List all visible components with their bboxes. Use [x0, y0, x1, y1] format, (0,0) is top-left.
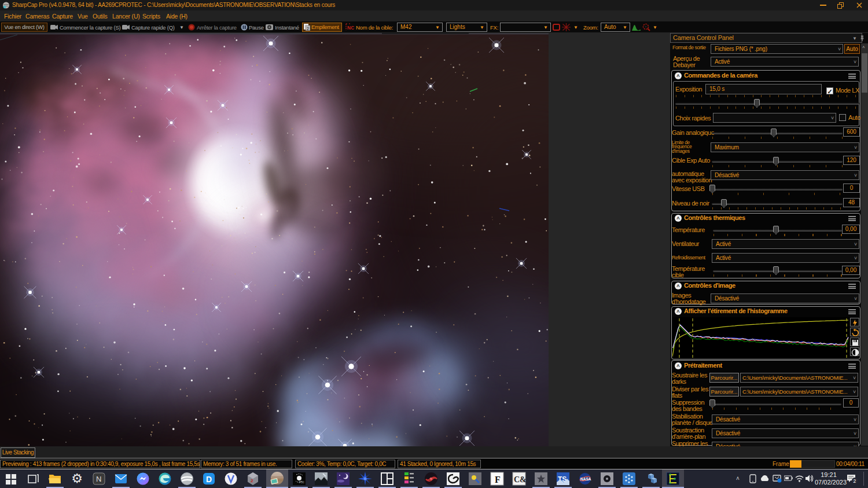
svg-text:C&: C& — [514, 475, 527, 484]
svg-text:NASA: NASA — [580, 477, 591, 481]
svg-text:D: D — [206, 475, 212, 484]
svg-text:N: N — [96, 475, 101, 483]
svg-text:2: 2 — [251, 478, 253, 483]
svg-text:NC: NC — [347, 25, 354, 31]
svg-text:F: F — [495, 475, 501, 485]
svg-text:2: 2 — [307, 27, 309, 31]
svg-text:2: 2 — [854, 478, 856, 484]
svg-text:PIXI: PIXI — [299, 481, 304, 484]
